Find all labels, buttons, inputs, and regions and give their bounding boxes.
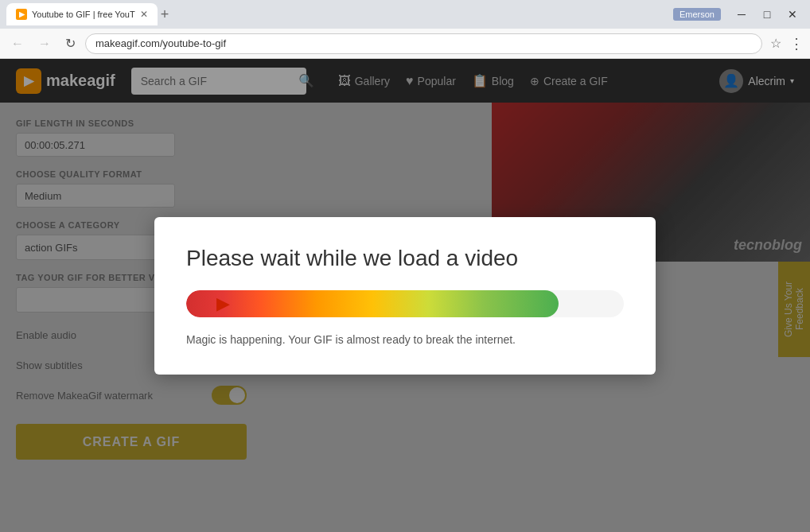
nav-bar: ← → ↻ ☆ ⋮	[0, 29, 810, 59]
page-content: ▶ makeagif 🔍 🖼 Gallery ♥ Popular 📋 Blog …	[0, 59, 810, 532]
modal-title: Please wait while we load a video	[186, 246, 624, 271]
progress-fill: ▶	[186, 290, 559, 317]
close-button[interactable]: ✕	[781, 6, 804, 23]
modal-message: Magic is happening. Your GIF is almost r…	[186, 333, 624, 346]
minimize-button[interactable]: ─	[730, 6, 753, 23]
active-tab[interactable]: ▶ Youtube to GIF | free YouT ✕	[6, 3, 158, 25]
bookmark-icon[interactable]: ☆	[770, 36, 781, 51]
loading-modal: Please wait while we load a video ▶ Magi…	[154, 217, 656, 375]
windows-user: Emerson	[673, 8, 721, 21]
new-tab-button[interactable]: +	[158, 6, 173, 23]
browser-titlebar: ▶ Youtube to GIF | free YouT ✕ + Emerson…	[0, 0, 810, 29]
progress-bar-container: ▶	[186, 290, 624, 317]
back-button[interactable]: ←	[6, 33, 29, 54]
window-controls: Emerson ─ □ ✕	[673, 6, 804, 23]
tab-close-icon[interactable]: ✕	[140, 9, 148, 20]
address-bar[interactable]	[85, 33, 762, 54]
tab-title: Youtube to GIF | free YouT	[32, 10, 135, 19]
tab-favicon: ▶	[16, 9, 27, 20]
browser-menu-icon[interactable]: ⋮	[789, 35, 804, 52]
progress-arrow-icon: ▶	[216, 293, 230, 314]
maximize-button[interactable]: □	[756, 6, 778, 23]
refresh-button[interactable]: ↻	[60, 33, 80, 54]
forward-button[interactable]: →	[33, 33, 56, 54]
modal-overlay: Please wait while we load a video ▶ Magi…	[0, 59, 810, 532]
tab-bar: ▶ Youtube to GIF | free YouT ✕ +	[6, 3, 667, 25]
